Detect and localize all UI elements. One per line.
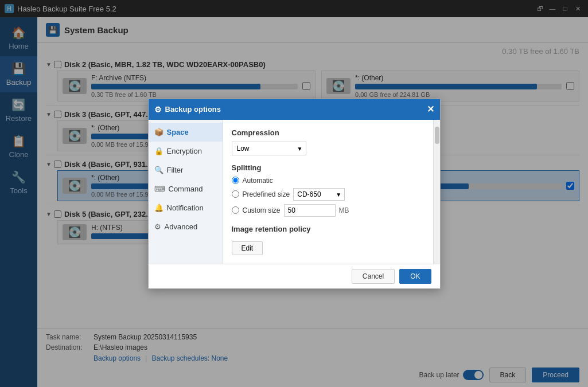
custom-radio-row: Custom size MB (232, 204, 425, 217)
modal-nav-command-label: Command (169, 185, 203, 193)
filter-icon: 🔍 (154, 166, 163, 174)
modal-nav-space[interactable]: 📦 Space (149, 123, 223, 142)
custom-radio[interactable] (232, 206, 239, 214)
predefined-select-wrapper: CD-650 DVD-4.7GB Blu-ray 25GB ▼ (293, 188, 345, 201)
compression-label: Compression (232, 128, 425, 137)
command-icon: ⌨ (154, 185, 165, 193)
modal-nav-filter-label: Filter (167, 166, 184, 174)
splitting-section: Splitting Automatic Predefined size CD-6… (232, 163, 425, 217)
modal-sidebar: 📦 Space 🔒 Encryption 🔍 Filter ⌨ Command … (149, 120, 223, 264)
modal-nav-command[interactable]: ⌨ Command (149, 179, 223, 198)
modal-footer: Cancel OK (149, 264, 440, 288)
backup-options-modal: ⚙ Backup options ✕ 📦 Space 🔒 Encryption … (148, 99, 441, 289)
modal-body: 📦 Space 🔒 Encryption 🔍 Filter ⌨ Command … (149, 120, 440, 264)
modal-header-icon: ⚙ (154, 105, 162, 114)
modal-cancel-btn[interactable]: Cancel (352, 269, 395, 284)
auto-radio-row: Automatic (232, 177, 425, 185)
modal-nav-encryption-label: Encryption (167, 147, 202, 155)
custom-size-input[interactable] (284, 204, 336, 217)
advanced-icon: ⚙ (154, 222, 161, 231)
modal-nav-encryption[interactable]: 🔒 Encryption (149, 142, 223, 161)
compression-select[interactable]: None Low Medium High (232, 142, 306, 155)
custom-radio-label[interactable]: Custom size (243, 206, 281, 214)
modal-nav-space-label: Space (167, 128, 189, 136)
modal-header: ⚙ Backup options ✕ (149, 99, 440, 120)
auto-radio[interactable] (232, 177, 239, 184)
predefined-select[interactable]: CD-650 DVD-4.7GB Blu-ray 25GB (293, 188, 345, 201)
splitting-label: Splitting (232, 163, 425, 172)
compression-select-wrapper: None Low Medium High ▼ (232, 142, 306, 155)
encryption-icon: 🔒 (154, 147, 163, 155)
modal-scrollbar[interactable] (433, 120, 440, 264)
scrollbar-thumb (435, 127, 439, 144)
modal-nav-notification-label: Notification (167, 204, 204, 212)
predefined-radio-row: Predefined size CD-650 DVD-4.7GB Blu-ray… (232, 188, 425, 201)
retention-edit-btn[interactable]: Edit (232, 241, 263, 255)
modal-nav-advanced[interactable]: ⚙ Advanced (149, 217, 223, 236)
modal-overlay: ⚙ Backup options ✕ 📦 Space 🔒 Encryption … (0, 0, 588, 387)
retention-label: Image retention policy (232, 225, 425, 233)
notification-icon: 🔔 (154, 204, 163, 212)
modal-ok-btn[interactable]: OK (399, 269, 431, 284)
modal-nav-filter[interactable]: 🔍 Filter (149, 161, 223, 179)
modal-title: Backup options (165, 105, 427, 114)
custom-unit: MB (339, 206, 349, 214)
modal-nav-advanced-label: Advanced (165, 222, 198, 231)
predefined-radio-label[interactable]: Predefined size (243, 190, 290, 198)
predefined-radio[interactable] (232, 190, 239, 198)
retention-section: Image retention policy Edit (232, 225, 425, 255)
modal-close-btn[interactable]: ✕ (427, 104, 434, 115)
modal-main-content: Compression None Low Medium High ▼ Split… (223, 120, 433, 264)
auto-radio-label[interactable]: Automatic (243, 177, 273, 185)
compression-group: Compression None Low Medium High ▼ (232, 128, 425, 155)
modal-nav-notification[interactable]: 🔔 Notification (149, 198, 223, 217)
space-icon: 📦 (154, 128, 163, 136)
